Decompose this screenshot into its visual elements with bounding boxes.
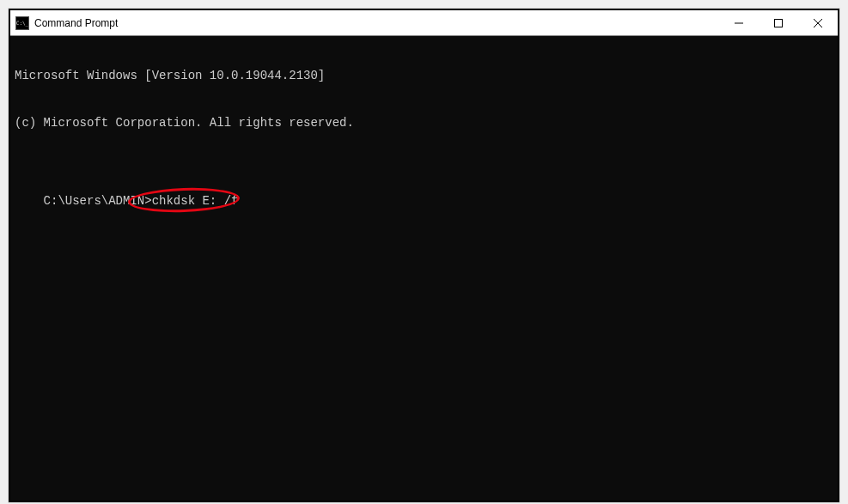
maximize-icon	[774, 19, 783, 27]
terminal-prompt: C:\Users\ADMIN>	[44, 194, 152, 208]
window-controls	[719, 10, 838, 36]
svg-rect-1	[775, 19, 783, 27]
terminal-prompt-row: C:\Users\ADMIN>chkdsk E: /f	[44, 193, 239, 209]
close-icon	[814, 19, 822, 27]
title-bar[interactable]: Command Prompt	[10, 10, 838, 36]
terminal-blank-line	[15, 162, 833, 178]
window-title: Command Prompt	[34, 17, 118, 29]
command-prompt-icon	[15, 16, 29, 30]
close-button[interactable]	[798, 10, 838, 36]
terminal-output-line: (c) Microsoft Corporation. All rights re…	[15, 115, 833, 131]
title-bar-left: Command Prompt	[10, 16, 719, 30]
terminal-area[interactable]: Microsoft Windows [Version 10.0.19044.21…	[10, 36, 838, 501]
minimize-icon	[735, 19, 743, 27]
maximize-button[interactable]	[759, 10, 798, 36]
terminal-command: chkdsk E: /f	[152, 194, 239, 208]
minimize-button[interactable]	[719, 10, 759, 36]
command-prompt-window: Command Prompt Microsoft Windows [	[9, 9, 839, 502]
terminal-output-line: Microsoft Windows [Version 10.0.19044.21…	[15, 68, 833, 83]
